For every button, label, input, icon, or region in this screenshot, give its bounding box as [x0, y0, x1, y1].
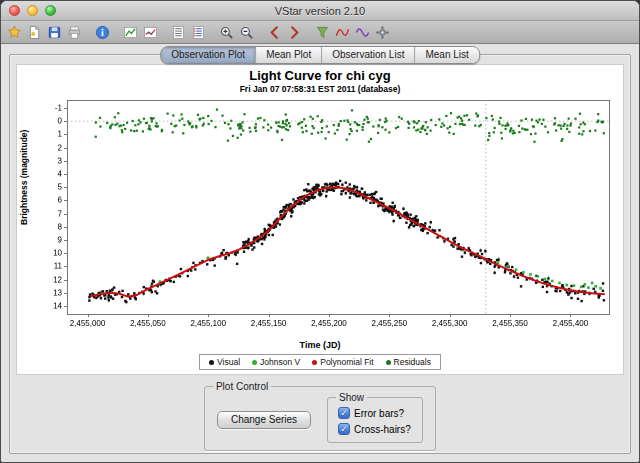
window-title: VStar version 2.10: [275, 5, 366, 17]
phase-plot-icon[interactable]: [353, 23, 372, 42]
error-bars-checkbox[interactable]: ✓: [338, 407, 350, 419]
legend-label: Visual: [217, 357, 240, 367]
visual-series-dot: [209, 360, 214, 365]
legend-label: Johnson V: [260, 357, 300, 367]
chart-legend: Visual Johnson V Polynomial Fit Residual…: [199, 354, 441, 370]
observation-list-icon[interactable]: [169, 23, 188, 42]
pan-right-icon[interactable]: [285, 23, 304, 42]
close-button[interactable]: [9, 5, 20, 16]
title-bar: VStar version 2.10: [1, 1, 639, 21]
plot-area-wrapper: Brightness (magnitude): [19, 96, 621, 340]
observation-plot-icon[interactable]: [121, 23, 140, 42]
new-star-from-database-icon[interactable]: [5, 23, 24, 42]
traffic-lights: [9, 5, 56, 16]
save-icon[interactable]: [45, 23, 64, 42]
new-star-from-file-icon[interactable]: [25, 23, 44, 42]
johnson-v-series-dot: [252, 360, 257, 365]
light-curve-canvas[interactable]: [31, 96, 617, 340]
zoom-in-icon[interactable]: [217, 23, 236, 42]
legend-item-polynomial-fit: Polynomial Fit: [312, 357, 373, 367]
zoom-out-icon[interactable]: [237, 23, 256, 42]
print-icon[interactable]: [65, 23, 84, 42]
cross-hairs-checkbox[interactable]: ✓: [338, 423, 350, 435]
cross-hairs-label: Cross-hairs?: [354, 424, 411, 435]
plot-control-group: Plot Control Change Series Show ✓ Error …: [204, 386, 436, 451]
legend-label: Residuals: [394, 357, 431, 367]
legend-label: Polynomial Fit: [320, 357, 373, 367]
info-icon[interactable]: [93, 23, 112, 42]
tab-observation-plot[interactable]: Observation Plot: [161, 47, 256, 63]
tab-mean-list[interactable]: Mean List: [415, 47, 478, 63]
cross-hairs-row: ✓ Cross-hairs?: [338, 423, 412, 435]
y-axis-label: Brightness (magnitude): [19, 211, 29, 225]
polynomial-fit-icon[interactable]: [333, 23, 352, 42]
chart-subtitle: Fri Jan 07 07:58:31 EST 2011 (database): [19, 84, 621, 94]
polynomial-fit-series-dot: [312, 360, 317, 365]
error-bars-row: ✓ Error bars?: [338, 407, 412, 419]
preferences-icon[interactable]: [373, 23, 392, 42]
toolbar: [1, 21, 639, 44]
legend-item-visual: Visual: [209, 357, 240, 367]
tab-bar: Observation Plot Mean Plot Observation L…: [160, 46, 480, 64]
plot-control-title: Plot Control: [213, 381, 271, 392]
pan-left-icon[interactable]: [265, 23, 284, 42]
chart-title: Light Curve for chi cyg: [19, 68, 621, 83]
show-group: Show ✓ Error bars? ✓ Cross-hairs?: [327, 397, 423, 443]
app-window: VStar version 2.10 Observation Plot Mean…: [0, 0, 640, 463]
show-group-title: Show: [336, 392, 367, 403]
main-content: Observation Plot Mean Plot Observation L…: [1, 45, 639, 462]
light-curve-chart: Light Curve for chi cyg Fri Jan 07 07:58…: [16, 64, 624, 375]
tab-observation-list[interactable]: Observation List: [322, 47, 415, 63]
error-bars-label: Error bars?: [354, 408, 404, 419]
x-axis-label: Time (JD): [19, 340, 621, 350]
mean-list-icon[interactable]: [189, 23, 208, 42]
mean-plot-icon[interactable]: [141, 23, 160, 42]
tab-mean-plot[interactable]: Mean Plot: [256, 47, 322, 63]
legend-item-johnson-v: Johnson V: [252, 357, 300, 367]
filter-icon[interactable]: [313, 23, 332, 42]
minimize-button[interactable]: [27, 5, 38, 16]
residuals-series-dot: [386, 360, 391, 365]
zoom-window-button[interactable]: [45, 5, 56, 16]
change-series-button[interactable]: Change Series: [217, 411, 311, 429]
legend-item-residuals: Residuals: [386, 357, 431, 367]
observation-plot-panel: Light Curve for chi cyg Fri Jan 07 07:58…: [9, 54, 631, 454]
